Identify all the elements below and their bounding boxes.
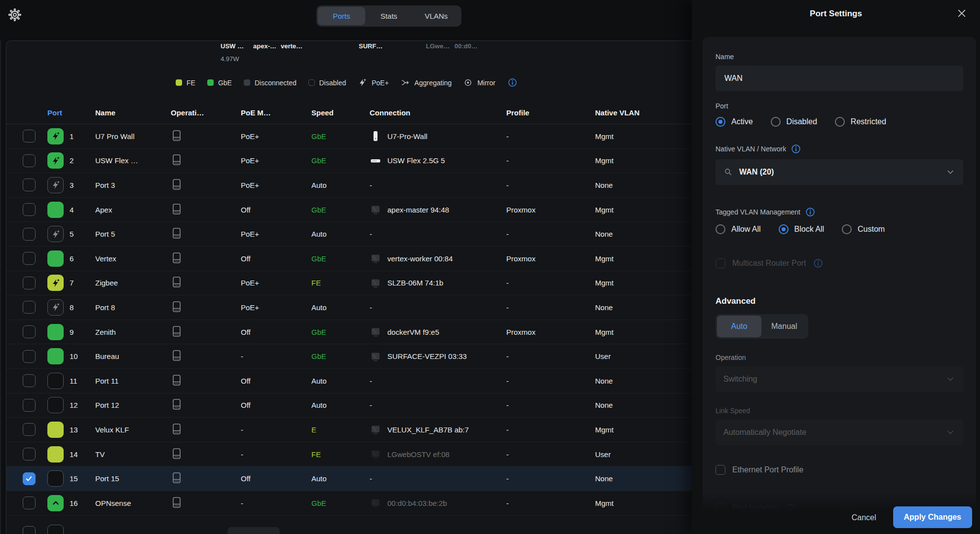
speed-cell: GbE: [311, 206, 370, 214]
column-header-name[interactable]: Name: [95, 108, 171, 117]
disabled-swatch-icon: [308, 79, 315, 86]
port-number: 16: [70, 499, 95, 507]
row-checkbox[interactable]: [23, 497, 36, 509]
column-header-profile[interactable]: Profile: [506, 108, 595, 117]
row-checkbox[interactable]: [23, 423, 36, 436]
row-checkbox[interactable]: [23, 228, 36, 241]
row-checkbox[interactable]: [23, 154, 36, 167]
poe-mode-cell: Off: [241, 401, 311, 409]
operation-label: Operation: [716, 354, 963, 361]
radio-icon[interactable]: [842, 224, 852, 234]
radio-icon[interactable]: [779, 224, 789, 234]
column-header-operati-[interactable]: Operati…: [171, 108, 241, 117]
poe-mode-cell: Off: [241, 328, 311, 336]
row-checkbox[interactable]: [23, 277, 36, 289]
row-checkbox[interactable]: [23, 301, 36, 314]
tab-stats[interactable]: Stats: [365, 7, 413, 25]
chevron-down-icon: [945, 427, 955, 437]
native-vlan-select[interactable]: WAN (20): [716, 159, 963, 185]
row-checkbox[interactable]: [23, 350, 36, 363]
port-settings-panel: Port Settings Name Port ActiveDisabledRe…: [692, 0, 980, 534]
link-speed-value: Automatically Negotiate: [723, 428, 940, 437]
checkbox[interactable]: [716, 465, 725, 475]
radio-icon[interactable]: [771, 117, 781, 127]
settings-gear-icon[interactable]: [8, 8, 22, 22]
port-name: Bureau: [95, 352, 171, 360]
tagged-vlan-radio-allow-all[interactable]: Allow All: [716, 224, 761, 234]
operation-cell: [171, 276, 241, 290]
search-icon: [723, 167, 733, 177]
mode-toggle-auto[interactable]: Auto: [717, 316, 761, 337]
profile-cell: -: [506, 303, 595, 312]
profile-cell: -: [506, 401, 595, 409]
info-icon[interactable]: [791, 143, 801, 154]
port-state-radio-active[interactable]: Active: [716, 117, 753, 127]
port-name: Port 12: [95, 401, 171, 409]
port-state-radios: ActiveDisabledRestricted: [716, 117, 963, 127]
row-checkbox[interactable]: [23, 472, 36, 485]
port-name-input[interactable]: [716, 66, 963, 91]
profile-cell: Proxmox: [506, 328, 595, 336]
horizontal-scrollbar-thumb[interactable]: [227, 527, 280, 534]
column-header-port[interactable]: Port: [47, 108, 95, 117]
cancel-button[interactable]: Cancel: [850, 507, 878, 528]
tab-vlans[interactable]: VLANs: [413, 7, 460, 25]
connection-text: -: [370, 377, 372, 385]
speed-cell: Auto: [311, 401, 370, 409]
port-number: 9: [70, 328, 95, 336]
ethernet-port-profile-checkbox-row[interactable]: Ethernet Port Profile: [716, 465, 963, 475]
port-status-disconnected-icon: [47, 397, 64, 413]
mode-toggle-manual[interactable]: Manual: [761, 316, 807, 337]
switch-device-icon: [171, 398, 183, 411]
row-checkbox[interactable]: [23, 325, 36, 338]
radio-icon[interactable]: [835, 117, 845, 127]
poe-mode-cell: PoE+: [241, 303, 311, 312]
poe-mode-cell: -: [241, 426, 311, 434]
operation-cell: [171, 153, 241, 168]
port-state-radio-restricted[interactable]: Restricted: [835, 117, 886, 127]
operation-select[interactable]: Switching: [716, 366, 963, 392]
close-icon[interactable]: [956, 8, 967, 19]
tab-ports[interactable]: Ports: [318, 7, 365, 25]
column-header-connection[interactable]: Connection: [370, 108, 506, 117]
radio-icon[interactable]: [716, 117, 725, 127]
port-legend: FEGbEDisconnectedDisabledPoE+Aggregating…: [176, 77, 518, 88]
info-icon[interactable]: [805, 207, 816, 217]
aggregating-icon: [401, 78, 410, 87]
profile-cell: Proxmox: [506, 254, 595, 263]
poe-mode-cell: PoE+: [241, 181, 311, 189]
connection-text: USW Flex 2.5G 5: [387, 156, 445, 165]
row-checkbox[interactable]: [23, 448, 36, 461]
apply-changes-button[interactable]: Apply Changes: [893, 506, 972, 528]
legend-info-icon[interactable]: [507, 77, 518, 88]
port-number: 1: [70, 132, 95, 141]
row-checkbox[interactable]: [23, 526, 36, 534]
multicast-router-port-checkbox-row[interactable]: Multicast Router Port: [716, 258, 963, 269]
poe-mode-cell: Off: [241, 377, 311, 385]
port-name: Vertex: [95, 254, 171, 263]
row-checkbox[interactable]: [23, 130, 36, 142]
checkbox[interactable]: [716, 258, 725, 268]
profile-cell: -: [506, 352, 595, 360]
row-checkbox[interactable]: [23, 374, 36, 387]
port-state-radio-disabled[interactable]: Disabled: [771, 117, 817, 127]
operation-cell: [171, 398, 241, 412]
link-speed-select[interactable]: Automatically Negotiate: [716, 420, 963, 445]
tagged-vlan-radio-custom[interactable]: Custom: [842, 224, 885, 234]
legend-item-disconnected: Disconnected: [244, 79, 297, 87]
radio-label: Active: [731, 117, 753, 126]
port-number: 4: [70, 206, 95, 214]
row-checkbox[interactable]: [23, 178, 36, 191]
row-checkbox[interactable]: [23, 399, 36, 412]
connection-text: -: [370, 303, 372, 312]
tagged-vlan-radio-block-all[interactable]: Block All: [779, 224, 824, 234]
app-root: PortsStatsVLANs USW …apex-…verte…SURF…LG…: [0, 0, 980, 534]
port-number: 5: [70, 230, 95, 238]
column-header-speed[interactable]: Speed: [311, 108, 370, 117]
row-checkbox[interactable]: [23, 252, 36, 265]
connection-text: -: [370, 230, 372, 238]
left-card-edge: [0, 40, 1, 534]
row-checkbox[interactable]: [23, 203, 36, 216]
radio-icon[interactable]: [716, 224, 725, 234]
column-header-poe-m-[interactable]: PoE M…: [241, 108, 311, 117]
